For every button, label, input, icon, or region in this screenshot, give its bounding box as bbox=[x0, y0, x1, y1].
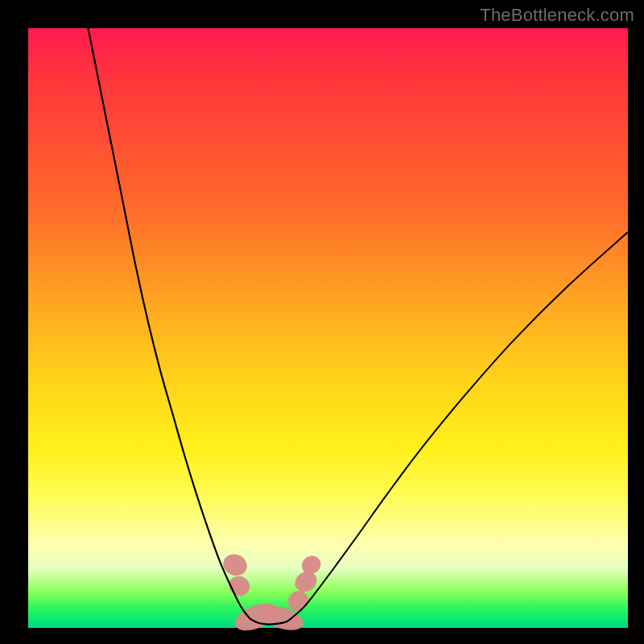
left-curve-line bbox=[89, 28, 250, 619]
marker-pill bbox=[220, 551, 250, 579]
watermark-text: TheBottleneck.com bbox=[480, 5, 634, 26]
chart-frame: TheBottleneck.com bbox=[0, 0, 644, 644]
plot-area bbox=[28, 28, 628, 628]
right-curve-line bbox=[292, 232, 628, 617]
chart-svg bbox=[28, 28, 628, 628]
highlight-markers bbox=[220, 551, 324, 636]
